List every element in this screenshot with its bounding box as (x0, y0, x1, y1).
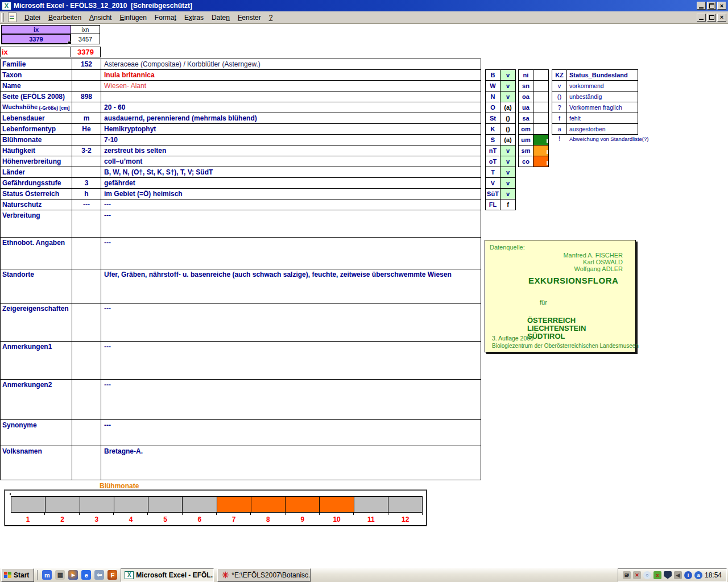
field-value-cell[interactable] (101, 92, 481, 102)
task-button-excel[interactable]: X Microsoft Excel - EFÖL... (121, 568, 214, 582)
workbook-restore-button[interactable] (707, 14, 716, 22)
field-code-cell[interactable] (72, 156, 101, 167)
show-desktop-icon[interactable]: ▦ (55, 570, 65, 580)
menu-extras[interactable]: Extras (180, 12, 208, 23)
toolbar-grip[interactable] (1, 13, 4, 22)
task-button-botanisc[interactable]: ✳ *E:\EFÖLS2007\Botanisc... (217, 568, 311, 582)
field-value-cell[interactable]: --- (101, 199, 481, 210)
status-value-cell[interactable]: v (500, 167, 516, 178)
field-label-cell[interactable]: Synonyme (1, 420, 72, 446)
field-label-cell[interactable]: Verbreitung (1, 210, 72, 238)
field-label-cell[interactable]: Anmerkungen2 (1, 380, 72, 420)
field-label-cell[interactable]: Anmerkungen1 (1, 342, 72, 380)
field-value-cell[interactable]: Ufer, Gräben, nährstoff- u. basenreiche … (101, 269, 481, 304)
status-code-cell[interactable]: SüT (486, 189, 500, 199)
status-code-cell[interactable]: B (486, 70, 500, 81)
kz-symbol-cell[interactable]: f (552, 113, 567, 124)
field-label-cell[interactable]: Taxon (1, 70, 72, 81)
field-code-cell[interactable] (72, 420, 101, 446)
status-code-cell[interactable]: St (486, 113, 500, 124)
field-label-cell[interactable]: Lebensdauer (1, 113, 72, 124)
kz-footnote-symbol[interactable]: ! (552, 135, 567, 142)
field-label-cell[interactable]: Häufigkeit (1, 146, 72, 156)
status-code-cell[interactable]: oa (519, 92, 533, 102)
field-value-cell[interactable]: Hemikryptophyt (101, 124, 481, 135)
field-label-cell[interactable]: Familie (1, 59, 72, 70)
status-value-cell[interactable]: (a) (500, 102, 516, 113)
field-label-cell[interactable]: Standorte (1, 269, 72, 304)
status-value-cell[interactable]: v (500, 81, 516, 92)
ref-value-cell[interactable]: 3379 (71, 47, 100, 57)
status-code-cell[interactable]: W (486, 81, 500, 92)
field-code-cell[interactable]: 898 (72, 92, 101, 102)
field-value-cell[interactable]: 20 - 60 (101, 102, 481, 113)
field-label-cell[interactable]: Ethnobot. Angaben (1, 238, 72, 269)
outlook-icon[interactable]: ⇦ (94, 570, 104, 580)
menu-daten[interactable]: Daten (208, 12, 234, 23)
field-value-cell[interactable]: --- (101, 238, 481, 269)
letter-a-icon[interactable]: a (694, 571, 702, 579)
status-code-cell[interactable]: nT (486, 146, 500, 156)
kz-symbol-cell[interactable]: v (552, 81, 567, 92)
minimize-button[interactable] (697, 2, 706, 10)
field-value-cell[interactable]: Inula britannica (101, 70, 481, 81)
status-code-cell[interactable]: ua (519, 102, 533, 113)
field-value-cell[interactable]: Wiesen- Alant (101, 81, 481, 92)
field-label-cell[interactable]: Blühmonate (1, 135, 72, 146)
field-value-cell[interactable]: zerstreut bis selten (101, 146, 481, 156)
status-fill-cell-um[interactable] (533, 135, 549, 146)
field-value-cell[interactable]: gefährdet (101, 178, 481, 189)
status-value-cell[interactable] (533, 113, 549, 124)
status-code-cell[interactable]: K (486, 124, 500, 135)
kz-symbol-cell[interactable]: ? (552, 102, 567, 113)
volume-icon[interactable]: ◀ (674, 571, 682, 579)
status-value-cell[interactable]: v (500, 146, 516, 156)
field-label-cell[interactable]: Gefährdungsstufe (1, 178, 72, 189)
field-code-cell[interactable] (72, 342, 101, 380)
status-value-cell[interactable]: v (500, 178, 516, 189)
clock[interactable]: 18:54 (705, 571, 722, 579)
info-icon[interactable]: i (684, 571, 692, 579)
status-code-cell[interactable]: ni (519, 70, 533, 81)
field-code-cell[interactable] (72, 102, 101, 113)
field-value-cell[interactable]: B, W, N, (O†, St, K, S†), T, V; SüdT (101, 167, 481, 178)
status-code-cell[interactable]: T (486, 167, 500, 178)
field-code-cell[interactable] (72, 446, 101, 480)
status-code-cell[interactable]: co (519, 156, 533, 167)
field-label-cell[interactable]: Volksnamen (1, 446, 72, 480)
kz-header-cell[interactable]: KZ (552, 70, 567, 81)
kz-text-cell[interactable]: ausgestorben (567, 124, 638, 135)
kz-text-cell[interactable]: Vorkommen fraglich (567, 102, 638, 113)
field-code-cell[interactable]: h (72, 189, 101, 199)
status-code-cell[interactable]: V (486, 178, 500, 189)
status-code-cell[interactable]: S (486, 135, 500, 146)
field-code-cell[interactable]: 3-2 (72, 146, 101, 156)
field-label-cell[interactable]: Name (1, 81, 72, 92)
kz-text-cell[interactable]: vorkommend (567, 81, 638, 92)
field-code-cell[interactable] (72, 238, 101, 269)
field-label-cell[interactable]: Länder (1, 167, 72, 178)
ixn-value-cell[interactable]: 3457 (71, 34, 100, 44)
field-value-cell[interactable]: --- (101, 342, 481, 380)
restore-button[interactable] (707, 2, 716, 10)
status-code-cell[interactable]: sa (519, 113, 533, 124)
field-code-cell[interactable]: --- (72, 199, 101, 210)
media-player-icon[interactable]: ▸ (68, 570, 78, 580)
status-code-cell[interactable]: oT (486, 156, 500, 167)
field-code-cell[interactable] (72, 167, 101, 178)
kz-header-title-cell[interactable]: Status_Bundesland (567, 70, 638, 81)
status-value-cell[interactable] (533, 81, 549, 92)
status-value-cell[interactable]: v (500, 189, 516, 199)
field-label-cell[interactable]: Naturschutz (1, 199, 72, 210)
menu-ansicht[interactable]: Ansicht (85, 12, 115, 23)
field-value-cell[interactable]: Asteraceae (Compositae) / Korbblütler (A… (101, 59, 481, 70)
status-code-cell[interactable]: O (486, 102, 500, 113)
kz-symbol-cell[interactable]: a (552, 124, 567, 135)
field-label-cell[interactable]: Wuchshöhe (-Größe) [cm] (1, 102, 72, 113)
field-code-cell[interactable] (72, 304, 101, 342)
menu-fenster[interactable]: Fenster (234, 12, 265, 23)
magnifier-icon[interactable]: ○ (643, 571, 651, 579)
field-code-cell[interactable]: He (72, 124, 101, 135)
status-blocked-icon[interactable]: x (653, 571, 661, 579)
network-icon[interactable]: 🖳 (623, 571, 631, 579)
